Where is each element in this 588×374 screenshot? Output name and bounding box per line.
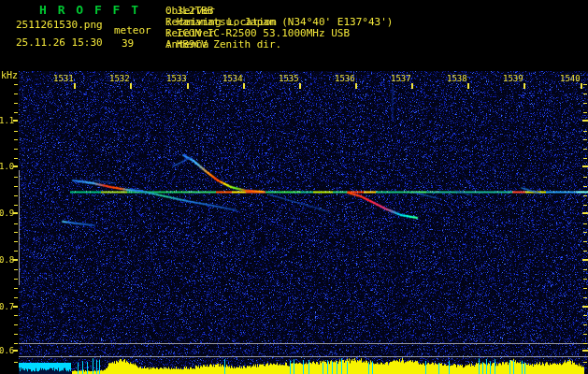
y-tick-label: 0.8 bbox=[0, 255, 13, 265]
x-tick-label: 1536 bbox=[335, 74, 354, 83]
y-tick-label: 0.6 bbox=[0, 346, 13, 355]
station-info: Observer:JL2TBBReceiving Location:Hamama… bbox=[165, 6, 588, 50]
station-row: Antenna:HB9CV Zenith dir. bbox=[165, 39, 588, 50]
x-tick-label: 1534 bbox=[222, 74, 242, 83]
output-filename: 2511261530.png bbox=[16, 19, 103, 31]
x-tick-label: 1532 bbox=[109, 74, 129, 83]
y-tick-label: 1.0 bbox=[0, 162, 13, 171]
x-tick-label: 1535 bbox=[279, 74, 298, 83]
y-tick-label: 0.7 bbox=[0, 302, 13, 311]
spectrogram-canvas bbox=[0, 0, 588, 374]
x-tick-label: 1539 bbox=[503, 74, 523, 83]
x-tick-label: 1531 bbox=[53, 74, 73, 83]
mode-label: meteor bbox=[114, 24, 151, 36]
x-tick-label: 1537 bbox=[391, 74, 410, 83]
y-axis-unit: kHz bbox=[1, 70, 18, 80]
station-row: Receiver:ICOM IC-R2500 53.1000MHz USB bbox=[165, 28, 588, 39]
x-tick-label: 1540 bbox=[560, 74, 580, 83]
x-tick-label: 1533 bbox=[166, 74, 186, 83]
station-row: Receiving Location:Hamamatsu, Japan (N34… bbox=[165, 17, 588, 28]
y-tick-label: 0.9 bbox=[0, 209, 13, 218]
x-tick-label: 1538 bbox=[447, 74, 466, 83]
datetime-label: 25.11.26 15:30 bbox=[16, 36, 103, 49]
app-title: H R O F F T bbox=[39, 3, 140, 17]
meteor-count: 39 bbox=[122, 37, 134, 50]
station-label: Antenna bbox=[165, 39, 274, 50]
hrofft-window: H R O F F T 2511261530.png meteor 25.11.… bbox=[0, 0, 588, 374]
y-tick-label: 1.1 bbox=[0, 116, 13, 125]
